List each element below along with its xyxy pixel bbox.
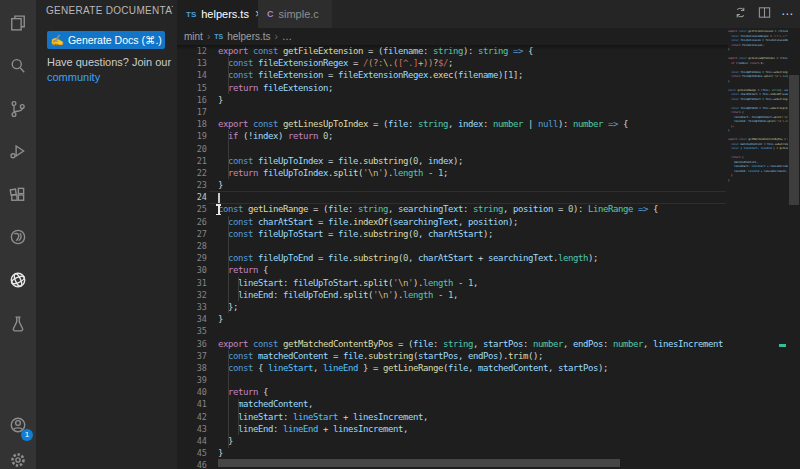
code-line: 14 const fileExtension = fileExtensionRe… (177, 69, 728, 81)
code-line: 38 const { lineStart, lineEnd } = getLin… (177, 362, 728, 374)
source-control-icon[interactable] (0, 91, 36, 127)
code-line: 16} (177, 94, 728, 106)
sidebar-panel: GENERATE DOCUMENTATION (... ✍ Generate D… (36, 0, 177, 469)
generate-docs-label: Generate Docs (⌘.) (68, 34, 162, 46)
indent-guide (238, 399, 239, 436)
code-line: 17 (177, 106, 728, 118)
c-file-icon: C (267, 9, 274, 19)
line-number: 30 (177, 264, 207, 276)
indent-guide (228, 57, 229, 94)
indent-guide (228, 350, 229, 448)
code-lines: 12export const getFileExtension = (filen… (177, 45, 728, 469)
tab-label: helpers.ts (201, 8, 249, 20)
generate-docs-button[interactable]: ✍ Generate Docs (⌘.) (47, 31, 165, 49)
code-line: 22 return fileUpToIndex.split('\n').leng… (177, 167, 728, 179)
code-line: 41 matchedContent, (177, 398, 728, 410)
line-number: 19 (177, 130, 207, 142)
extension-circle-icon[interactable] (0, 219, 36, 255)
more-actions-icon[interactable]: ⋯ (781, 7, 794, 21)
horizontal-scrollbar[interactable] (218, 459, 620, 467)
doc-writer-icon[interactable] (0, 262, 36, 298)
minimap-line: lineEnd: fileUpToEnd.split('\n').length … (728, 120, 788, 125)
line-number: 23 (177, 179, 207, 191)
typescript-file-icon: TS (186, 10, 196, 19)
line-number: 20 (177, 143, 207, 155)
line-number: 18 (177, 118, 207, 130)
indent-guide (228, 216, 229, 314)
code-line: 26 const charAtStart = file.indexOf(sear… (177, 216, 728, 228)
code-line: 34} (177, 313, 728, 325)
split-editor-icon[interactable] (757, 5, 772, 24)
line-number: 35 (177, 325, 207, 337)
breadcrumb[interactable]: mint › TS helpers.ts › … (177, 28, 728, 45)
code-line: 37 const matchedContent = file.substring… (177, 350, 728, 362)
line-number: 43 (177, 423, 207, 435)
line-number: 26 (177, 216, 207, 228)
run-debug-icon[interactable] (0, 133, 36, 169)
line-number: 33 (177, 301, 207, 313)
chevron-right-icon: › (207, 31, 210, 42)
line-number: 38 (177, 362, 207, 374)
breadcrumb-more[interactable]: … (282, 31, 292, 42)
accounts-badge: 1 (21, 429, 33, 441)
code-line: 30 return { (177, 264, 728, 276)
code-line: 15 return fileExtension; (177, 82, 728, 94)
code-line: 27 const fileUpToStart = file.substring(… (177, 228, 728, 240)
minimap-line: const { lineStart, lineEnd } = getLineRa… (728, 147, 788, 152)
minimap-line: return fileUpToIndex.split('\n').length … (728, 75, 788, 80)
settings-gear-icon[interactable] (0, 442, 36, 469)
accounts-icon[interactable]: 1 (0, 407, 36, 443)
line-number: 37 (177, 350, 207, 362)
extensions-icon[interactable] (0, 177, 36, 213)
testing-icon[interactable] (0, 306, 36, 342)
line-number: 39 (177, 374, 207, 386)
breadcrumb-folder[interactable]: mint (184, 31, 203, 42)
line-number: 24 (177, 191, 207, 203)
line-number: 41 (177, 398, 207, 410)
search-icon[interactable] (0, 48, 36, 84)
minimap-marker (779, 344, 786, 347)
minimap-line: const fileUpToStart = file.substring(0, … (728, 98, 788, 103)
minimap[interactable]: export const getFileExtension = (filenam… (728, 30, 788, 460)
minimap-line: lineEnd: lineEnd + linesIncrement, (728, 170, 788, 175)
line-number: 15 (177, 82, 207, 94)
tab-label: simple.c (279, 8, 319, 20)
activity-bar: 1 (0, 0, 36, 469)
tab-simple-c[interactable]: C simple.c (258, 0, 332, 28)
code-line: 42 lineStart: lineStart + linesIncrement… (177, 411, 728, 423)
code-line: 39 (177, 374, 728, 386)
breadcrumb-file[interactable]: helpers.ts (227, 31, 270, 42)
line-number: 42 (177, 411, 207, 423)
community-link[interactable]: community (47, 71, 100, 83)
line-number: 45 (177, 447, 207, 459)
current-line-highlight (209, 191, 726, 203)
mouse-ibeam-pointer (215, 204, 222, 215)
line-number: 14 (177, 69, 207, 81)
code-line: 25const getLineRange = (file: string, se… (177, 203, 728, 215)
code-editor[interactable]: 12export const getFileExtension = (filen… (177, 45, 728, 469)
line-number: 32 (177, 289, 207, 301)
line-number: 31 (177, 277, 207, 289)
code-line: 36export const getMatchedContentByPos = … (177, 338, 728, 350)
indent-guide (238, 277, 239, 301)
code-line: 33 }; (177, 301, 728, 313)
line-number: 13 (177, 57, 207, 69)
code-line: 40 return { (177, 386, 728, 398)
code-line: 28 (177, 240, 728, 252)
vertical-scrollbar[interactable] (789, 75, 799, 205)
line-number: 21 (177, 155, 207, 167)
explorer-icon[interactable] (0, 5, 36, 41)
code-line: 19 if (!index) return 0; (177, 130, 728, 142)
code-line: 43 lineEnd: lineEnd + linesIncrement, (177, 423, 728, 435)
code-line: 31 lineStart: fileUpToStart.split('\n').… (177, 277, 728, 289)
line-number: 16 (177, 94, 207, 106)
line-number: 22 (177, 167, 207, 179)
open-changes-icon[interactable] (733, 5, 748, 24)
minimap-line (728, 183, 788, 188)
tab-helpers-ts[interactable]: TS helpers.ts × (177, 0, 258, 28)
code-line: 45} (177, 447, 728, 459)
code-line: 23} (177, 179, 728, 191)
line-number: 46 (177, 459, 207, 469)
line-number: 44 (177, 435, 207, 447)
line-number: 17 (177, 106, 207, 118)
